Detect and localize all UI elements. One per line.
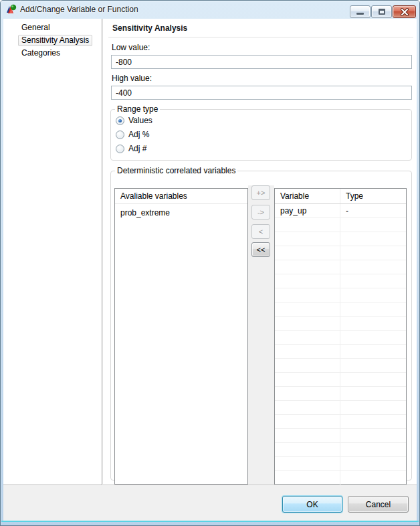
cell-variable — [275, 232, 340, 246]
cell-type — [340, 331, 406, 344]
table-row-empty[interactable] — [275, 443, 406, 457]
close-button[interactable] — [393, 5, 416, 18]
radio-option-adj-[interactable]: Adj % — [111, 128, 411, 142]
main-panel: Sensitivity Analysis Low value: High val… — [103, 19, 417, 485]
cell-variable — [275, 288, 340, 302]
table-row-empty[interactable] — [275, 302, 406, 317]
table-row-empty[interactable] — [275, 415, 406, 429]
table-row-empty[interactable] — [275, 218, 406, 232]
high-value-label: High value: — [112, 74, 152, 83]
table-row-empty[interactable] — [275, 288, 406, 302]
table-row-empty[interactable] — [275, 429, 406, 443]
cell-type — [340, 415, 406, 428]
table-row-empty[interactable] — [275, 246, 406, 260]
radio-option-values[interactable]: Values — [111, 114, 411, 128]
cell-variable — [275, 274, 340, 288]
radio-icon[interactable] — [116, 116, 124, 125]
minimize-icon — [356, 13, 364, 15]
high-value-input[interactable] — [111, 86, 412, 100]
close-icon — [401, 8, 409, 16]
maximize-icon — [379, 9, 385, 15]
cell-variable: pay_up — [275, 204, 340, 217]
sidebar-item-label: Sensitivity Analysis — [18, 35, 92, 46]
radio-label: Values — [128, 114, 152, 128]
button-bar: OK Cancel — [3, 486, 417, 521]
table-row-empty[interactable] — [275, 387, 406, 401]
move-all-left-button[interactable]: << — [251, 242, 270, 257]
ok-button[interactable]: OK — [282, 496, 342, 513]
available-variables-list: Avaliable variables prob_extreme — [114, 188, 248, 485]
radio-option-adj-[interactable]: Adj # — [111, 142, 411, 156]
table-row-empty[interactable] — [275, 317, 406, 331]
cell-type — [340, 387, 406, 400]
table-row-empty[interactable] — [275, 232, 406, 246]
heading-separator — [108, 37, 413, 37]
table-row-empty[interactable] — [275, 331, 406, 345]
cell-variable — [275, 471, 340, 485]
low-value-input[interactable] — [111, 55, 412, 69]
table-row-empty[interactable] — [275, 401, 406, 415]
cell-type — [340, 359, 406, 372]
cell-variable — [275, 317, 340, 330]
title-bar[interactable]: Add/Change Variable or Function — [0, 0, 420, 19]
correlated-variables-groupbox: Deterministic correlated variables Avali… — [110, 166, 412, 480]
radio-icon[interactable] — [116, 145, 124, 153]
sidebar-item-categories[interactable]: Categories — [3, 47, 102, 60]
available-variables-header[interactable]: Avaliable variables — [115, 189, 247, 204]
cell-type — [340, 345, 406, 358]
available-variable-item[interactable]: prob_extreme — [115, 207, 247, 220]
frame-accent-line — [1, 521, 419, 522]
cell-type — [340, 218, 406, 232]
table-header-row: Variable Type — [275, 189, 406, 204]
table-row-empty[interactable] — [275, 274, 406, 288]
table-row-empty[interactable] — [275, 457, 406, 471]
cell-type — [340, 246, 406, 260]
cell-type — [340, 429, 406, 442]
cell-variable — [275, 457, 340, 470]
sidebar-nav: GeneralSensitivity AnalysisCategories — [3, 19, 102, 485]
move-left-button[interactable]: < — [251, 224, 270, 239]
table-header-variable[interactable]: Variable — [275, 189, 340, 203]
cell-variable — [275, 429, 340, 442]
add-with-correlation-button[interactable]: +> — [251, 185, 270, 200]
maximize-button[interactable] — [371, 5, 392, 18]
selected-variables-table: Variable Type pay_up- — [274, 188, 407, 485]
transfer-buttons-strip: +>-><<< — [248, 185, 274, 485]
window-title: Add/Change Variable or Function — [20, 0, 138, 19]
cell-variable — [275, 246, 340, 260]
range-type-legend: Range type — [115, 104, 160, 114]
cell-variable — [275, 373, 340, 386]
minimize-button[interactable] — [350, 5, 371, 18]
sidebar-item-general[interactable]: General — [3, 21, 102, 34]
page-title: Sensitivity Analysis — [112, 23, 187, 33]
cell-type — [340, 471, 406, 485]
cancel-button[interactable]: Cancel — [348, 496, 409, 513]
cell-variable — [275, 302, 340, 316]
table-row-empty[interactable] — [275, 359, 406, 373]
cell-variable — [275, 415, 340, 428]
table-row-empty[interactable] — [275, 345, 406, 359]
cell-variable — [275, 401, 340, 414]
sidebar-item-sensitivity-analysis[interactable]: Sensitivity Analysis — [3, 34, 102, 47]
cell-type — [340, 232, 406, 246]
range-type-options: ValuesAdj %Adj # — [111, 114, 411, 156]
cell-type — [340, 443, 406, 456]
radio-icon[interactable] — [116, 130, 124, 139]
cell-type — [340, 274, 406, 288]
table-header-type[interactable]: Type — [340, 189, 406, 203]
table-row-empty[interactable] — [275, 373, 406, 387]
cell-variable — [275, 331, 340, 344]
sidebar-item-label: Categories — [18, 48, 64, 59]
dialog-client-area: GeneralSensitivity AnalysisCategories Se… — [3, 19, 417, 521]
cell-type — [340, 457, 406, 470]
radio-label: Adj % — [128, 128, 149, 142]
table-row-empty[interactable] — [275, 471, 406, 485]
cell-variable — [275, 260, 340, 274]
table-row[interactable]: pay_up- — [275, 204, 406, 218]
low-value-label: Low value: — [112, 43, 150, 52]
cell-variable — [275, 359, 340, 372]
table-row-empty[interactable] — [275, 260, 406, 274]
move-right-button[interactable]: -> — [251, 205, 270, 220]
cell-variable — [275, 345, 340, 358]
dialog-window: Add/Change Variable or Function GeneralS… — [0, 0, 420, 526]
